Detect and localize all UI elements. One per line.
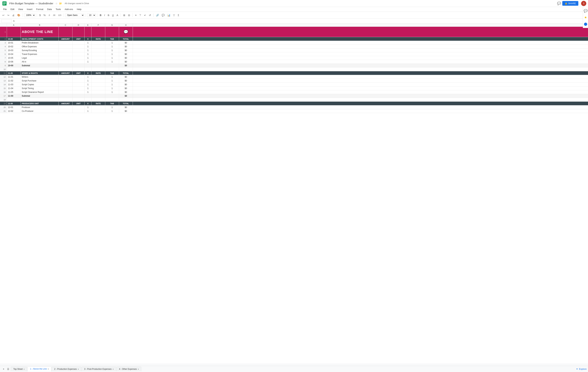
cell-4g[interactable]: 1 [105, 45, 119, 48]
cell-5b[interactable]: Survey/Scouting [21, 48, 59, 52]
story-header-title[interactable]: STORY & RIGHTS [21, 71, 59, 75]
menu-format[interactable]: Format [34, 8, 45, 11]
cell-21d[interactable] [73, 109, 84, 113]
strikethrough-button[interactable]: S [107, 13, 110, 17]
cell-20f[interactable] [91, 106, 105, 109]
cell-7d[interactable] [73, 56, 84, 60]
cell-8h[interactable]: $0 [119, 60, 133, 64]
cell-20a[interactable]: 12-01 [7, 106, 21, 109]
cell-16g[interactable]: 1 [105, 90, 119, 94]
cell-7e[interactable]: 1 [84, 56, 91, 60]
redo-button[interactable]: ↪ [6, 13, 10, 17]
decimal-dec-button[interactable]: .0 [47, 13, 51, 17]
cell-13e[interactable]: 1 [84, 79, 91, 83]
cell-21b[interactable]: Co-Producer [21, 109, 59, 113]
cell-7f[interactable] [91, 56, 105, 60]
cell-4c[interactable] [59, 45, 73, 48]
cell-3g[interactable]: 1 [105, 41, 119, 44]
cell-3b[interactable]: Prelim Breakdown [21, 41, 59, 44]
dev-header-x[interactable]: X [84, 37, 91, 41]
star-icon[interactable]: ☆ [55, 2, 58, 5]
cell-5g[interactable]: 1 [105, 48, 119, 52]
cell-20e[interactable]: 1 [84, 106, 91, 109]
cell-5a[interactable]: 10-03 [7, 48, 21, 52]
cell-7b[interactable]: Legal [21, 56, 59, 60]
cell-8c[interactable] [59, 60, 73, 64]
cell-15g[interactable]: 1 [105, 86, 119, 90]
dev-header-rate[interactable]: RATE [91, 37, 105, 41]
cell-ref-input[interactable] [1, 19, 12, 23]
menu-edit[interactable]: Edit [9, 8, 16, 11]
story-header-rate[interactable]: RATE [91, 71, 105, 75]
underline-button[interactable]: U [111, 13, 115, 17]
cell-5e[interactable]: 1 [84, 48, 91, 52]
cell-4h[interactable]: $0 [119, 45, 133, 48]
cell-6a[interactable]: 10-04 [7, 52, 21, 56]
cell-21h[interactable]: $0 [119, 109, 133, 113]
decimal-inc-button[interactable]: .00 [52, 13, 56, 17]
story-subtotal-value[interactable]: $0 [119, 94, 133, 98]
cell-1f[interactable] [91, 27, 105, 37]
cell-3a[interactable]: 10-01 [7, 41, 21, 44]
cell-16h[interactable]: $0 [119, 90, 133, 94]
cell-15f[interactable] [91, 86, 105, 90]
cell-4b[interactable]: Office Expenses [21, 45, 59, 48]
story-subtotal-c[interactable] [59, 94, 73, 98]
cell-12g[interactable]: 1 [105, 75, 119, 79]
cell-7a[interactable]: 10-05 [7, 56, 21, 60]
cell-13a[interactable]: 11-02 [7, 79, 21, 83]
cell-21c[interactable] [59, 109, 73, 113]
cell-1d[interactable] [73, 27, 84, 37]
italic-button[interactable]: I [103, 13, 106, 17]
story-header-x[interactable]: X [84, 71, 91, 75]
producers-header-rate[interactable]: RATE [91, 102, 105, 105]
producers-header-amount[interactable]: AMOUNT [59, 102, 73, 105]
cell-20d[interactable] [73, 106, 84, 109]
producers-header-unit[interactable]: UNIT [73, 102, 84, 105]
share-button[interactable]: 🔒 SHARE [562, 1, 578, 6]
cell-3e[interactable]: 1 [84, 41, 91, 44]
func-button[interactable]: Σ [177, 13, 180, 17]
producers-header-title[interactable]: PRODUCERS UNIT [21, 102, 59, 105]
cell-15a[interactable]: 11-04 [7, 86, 21, 90]
cell-15h[interactable]: $0 [119, 86, 133, 90]
menu-insert[interactable]: Insert [25, 8, 34, 11]
merge-button[interactable]: ⊟ [127, 13, 131, 17]
cell-5h[interactable]: $0 [119, 48, 133, 52]
cell-14h[interactable]: $0 [119, 83, 133, 86]
story-subtotal-e[interactable] [84, 94, 91, 98]
sidebar-circle-icon[interactable]: ⬤ [583, 21, 588, 27]
cell-8f[interactable] [91, 60, 105, 64]
undo-button[interactable]: ↩ [1, 13, 6, 17]
cell-3f[interactable] [91, 41, 105, 44]
cell-21e[interactable]: 1 [84, 109, 91, 113]
spreadsheet[interactable]: A B C D E F G H 1 ABOVE THE LINE 💬 2 10-… [0, 23, 588, 363]
cell-15c[interactable] [59, 86, 73, 90]
paint-format-button[interactable]: 🎨 [16, 13, 21, 17]
cell-5c[interactable] [59, 48, 73, 52]
menu-tools[interactable]: Tools [54, 8, 63, 11]
cell-1h[interactable]: 💬 [119, 27, 133, 37]
comment-button[interactable]: 💬 [557, 1, 561, 5]
cell-20c[interactable] [59, 106, 73, 109]
cell-1b[interactable]: ABOVE THE LINE [21, 27, 59, 37]
cell-20h[interactable]: $0 [119, 106, 133, 109]
cell-13d[interactable] [73, 79, 84, 83]
dev-subtotal-c[interactable] [59, 64, 73, 67]
cell-13h[interactable]: $0 [119, 79, 133, 83]
cell-12f[interactable] [91, 75, 105, 79]
menu-view[interactable]: View [16, 8, 25, 11]
rotate-button[interactable]: ↺ [148, 13, 152, 17]
borders-button[interactable]: ⊞ [122, 13, 126, 17]
cell-21a[interactable]: 12-02 [7, 109, 21, 113]
cell-7g[interactable]: 1 [105, 56, 119, 60]
valign-button[interactable]: ⊤ [138, 13, 142, 17]
cell-13b[interactable]: Script Purchase [21, 79, 59, 83]
font-select[interactable]: Open Sans [65, 13, 84, 17]
sidebar-chat-icon[interactable]: 💬 [583, 8, 588, 13]
cell-8d[interactable] [73, 60, 84, 64]
producers-header-tab[interactable]: TAB [105, 102, 119, 105]
cell-12e[interactable]: 1 [84, 75, 91, 79]
cell-1a[interactable] [7, 27, 21, 37]
cell-12h[interactable]: $0 [119, 75, 133, 79]
